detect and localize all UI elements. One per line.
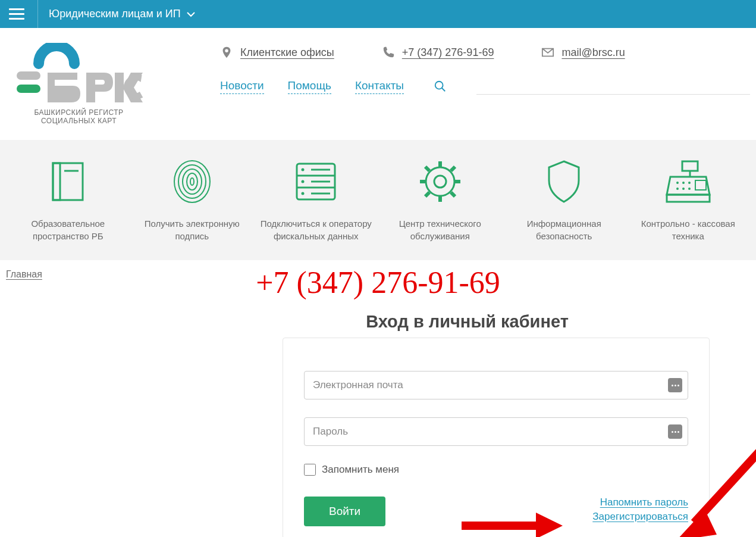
- password-field[interactable]: [304, 417, 688, 446]
- svg-point-18: [302, 180, 305, 183]
- service-tech-center[interactable]: Центр технического обслуживания: [378, 158, 503, 242]
- svg-rect-6: [53, 163, 83, 200]
- mail-icon: [541, 46, 554, 59]
- svg-point-12: [187, 173, 197, 190]
- cash-register-icon: [632, 158, 745, 205]
- svg-rect-1: [17, 85, 40, 93]
- chevron-down-icon: [187, 11, 195, 17]
- service-label: Центр технического обслуживания: [384, 217, 497, 242]
- service-signature[interactable]: Получить электронную подпись: [130, 158, 255, 242]
- svg-point-36: [676, 182, 679, 184]
- svg-rect-42: [695, 180, 706, 190]
- svg-line-5: [442, 88, 446, 92]
- phone-icon: [382, 46, 395, 59]
- contact-email-link[interactable]: mail@brsc.ru: [561, 46, 625, 59]
- svg-line-30: [451, 192, 455, 196]
- gear-icon: [384, 158, 497, 205]
- nav-contacts[interactable]: Контакты: [355, 79, 404, 94]
- service-label: Подключиться к оператору фискальных данн…: [260, 217, 372, 242]
- server-icon: [260, 158, 372, 205]
- search-icon[interactable]: [434, 80, 447, 93]
- search-input[interactable]: [476, 78, 750, 95]
- service-security[interactable]: Информационная безопасность: [502, 158, 626, 242]
- topbar: Юридическим лицам и ИП: [0, 0, 756, 28]
- service-label: Образовательное пространство РБ: [12, 217, 124, 242]
- svg-point-24: [426, 167, 454, 196]
- remember-label: Запомнить меня: [322, 464, 399, 476]
- pin-icon: [220, 46, 233, 59]
- service-label: Получить электронную подпись: [136, 217, 249, 242]
- logo-subtitle: БАШКИРСКИЙ РЕГИСТР СОЦИАЛЬНЫХ КАРТ: [6, 108, 152, 125]
- contacts-row: Клиентские офисы +7 (347) 276-91-69 mail…: [220, 46, 750, 59]
- svg-line-29: [425, 167, 429, 171]
- remember-checkbox[interactable]: [304, 464, 316, 476]
- service-education[interactable]: Образовательное пространство РБ: [6, 158, 130, 242]
- svg-point-19: [302, 192, 305, 195]
- contact-email[interactable]: mail@brsc.ru: [541, 46, 625, 59]
- nav-news[interactable]: Новости: [220, 79, 264, 94]
- svg-point-37: [682, 182, 685, 184]
- service-fiscal[interactable]: Подключиться к оператору фискальных данн…: [254, 158, 378, 242]
- nav-help[interactable]: Помощь: [288, 79, 331, 94]
- remember-checkbox-label[interactable]: Запомнить меня: [304, 464, 688, 476]
- svg-line-31: [425, 192, 429, 196]
- contact-offices[interactable]: Клиентские офисы: [220, 46, 334, 59]
- login-box: Запомнить меня Войти Напомнить пароль За…: [283, 338, 710, 537]
- service-label: Контрольно - кассовая техника: [632, 217, 745, 242]
- contact-phone-link[interactable]: +7 (347) 276-91-69: [402, 46, 494, 59]
- breadcrumb-home[interactable]: Главная: [6, 269, 42, 279]
- header-right: Клиентские офисы +7 (347) 276-91-69 mail…: [172, 40, 750, 95]
- shield-icon: [508, 158, 620, 205]
- service-cash-register[interactable]: Контрольно - кассовая техника: [626, 158, 751, 242]
- input-action-icon[interactable]: [668, 424, 682, 439]
- svg-rect-7: [53, 163, 60, 200]
- login-section: Вход в личный кабинет Запомнить меня Вой…: [0, 312, 756, 537]
- logo-icon: [6, 43, 152, 102]
- login-button[interactable]: Войти: [304, 497, 385, 526]
- svg-point-9: [174, 161, 210, 202]
- menu-icon[interactable]: [9, 5, 27, 23]
- header: БАШКИРСКИЙ РЕГИСТР СОЦИАЛЬНЫХ КАРТ Клиен…: [0, 28, 756, 131]
- contact-offices-link[interactable]: Клиентские офисы: [240, 46, 334, 59]
- audience-dropdown-label: Юридическим лицам и ИП: [49, 8, 181, 20]
- svg-point-39: [676, 188, 679, 190]
- input-action-icon[interactable]: [668, 378, 682, 392]
- svg-point-23: [434, 176, 446, 188]
- book-icon: [12, 158, 124, 205]
- remind-password-link[interactable]: Напомнить пароль: [592, 497, 688, 508]
- svg-point-13: [190, 178, 194, 185]
- svg-point-38: [688, 182, 691, 184]
- services-strip: Образовательное пространство РБ Получить…: [0, 140, 756, 260]
- service-label: Информационная безопасность: [508, 217, 620, 242]
- svg-point-41: [688, 188, 691, 190]
- email-field[interactable]: [304, 371, 688, 399]
- svg-rect-33: [682, 161, 698, 171]
- divider: [37, 0, 38, 28]
- fingerprint-icon: [136, 158, 249, 205]
- svg-point-4: [435, 82, 443, 89]
- register-link[interactable]: Зарегистрироваться: [592, 511, 688, 523]
- big-phone-overlay: +7 (347) 276-91-69: [0, 265, 756, 300]
- nav-row: Новости Помощь Контакты: [220, 78, 750, 95]
- logo[interactable]: БАШКИРСКИЙ РЕГИСТР СОЦИАЛЬНЫХ КАРТ: [6, 40, 172, 125]
- svg-line-32: [451, 167, 455, 171]
- login-title: Вход в личный кабинет: [178, 312, 756, 332]
- svg-rect-0: [17, 71, 40, 80]
- svg-point-40: [682, 188, 685, 190]
- svg-point-17: [302, 168, 305, 171]
- audience-dropdown[interactable]: Юридическим лицам и ИП: [49, 8, 195, 20]
- svg-rect-34: [667, 195, 710, 202]
- contact-phone[interactable]: +7 (347) 276-91-69: [382, 46, 494, 59]
- svg-line-45: [694, 451, 756, 523]
